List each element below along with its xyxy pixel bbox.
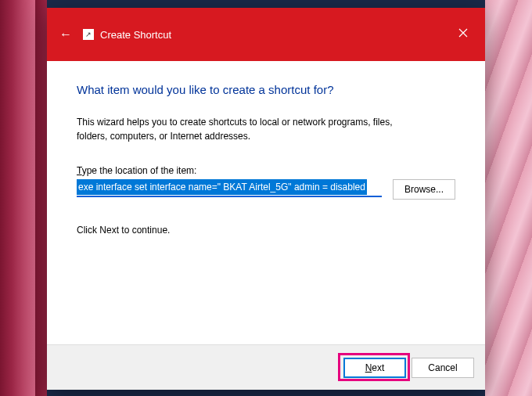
next-button[interactable]: Next: [343, 358, 406, 378]
window-title: Create Shortcut: [100, 29, 171, 41]
description-text: This wizard helps you to create shortcut…: [77, 115, 421, 143]
location-label: Type the location of the item:: [77, 165, 455, 176]
location-input-selection: exe interface set interface name=" BKAT …: [77, 179, 367, 195]
back-arrow-icon[interactable]: ←: [59, 27, 72, 41]
continue-hint: Click Next to continue.: [77, 225, 455, 236]
close-icon[interactable]: [452, 22, 474, 44]
page-heading: What item would you like to create a sho…: [77, 83, 455, 96]
cancel-button[interactable]: Cancel: [412, 358, 474, 378]
browse-button[interactable]: Browse...: [393, 179, 455, 200]
dialog-footer: Next Cancel: [47, 344, 485, 390]
location-input[interactable]: exe interface set interface name=" BKAT …: [77, 179, 382, 197]
create-shortcut-dialog: ← ↗ Create Shortcut What item would you …: [47, 8, 485, 390]
titlebar: ← ↗ Create Shortcut: [47, 8, 485, 61]
dialog-content: What item would you like to create a sho…: [47, 61, 485, 344]
shortcut-icon: ↗: [83, 29, 94, 40]
